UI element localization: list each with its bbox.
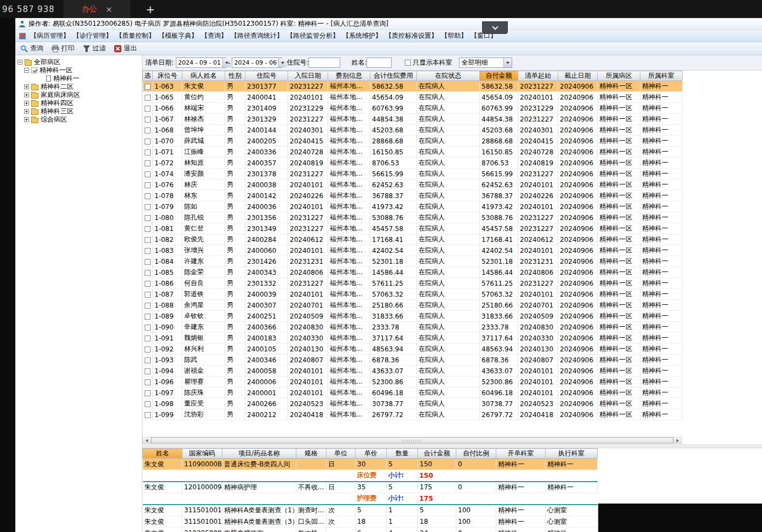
expand-icon[interactable]: [24, 84, 29, 89]
column-header[interactable]: 国家编码: [182, 449, 222, 459]
column-header[interactable]: 开单科室: [496, 449, 546, 459]
row-checkbox[interactable]: [145, 314, 151, 320]
menu-item[interactable]: 【路径监管分析】: [285, 31, 341, 41]
patient-row[interactable]: 1-072林知原男240035720240819福州本地...8706.53在院…: [143, 158, 683, 169]
detail-row[interactable]: 朱文俊31150100110精神科A类量表测查（1）测查时...次515100精…: [143, 505, 598, 516]
chevron-down-icon[interactable]: [278, 58, 287, 67]
patient-row[interactable]: 1-094谢祖金男240005820240101福州本地...43633.07在…: [143, 366, 683, 377]
chevron-down-icon[interactable]: [503, 58, 512, 67]
column-header[interactable]: 费别信息: [328, 71, 370, 81]
tree-item-ward3[interactable]: 精神科三区: [15, 107, 142, 115]
patient-row[interactable]: 1-096瞿理赛男240000620240101福州本地...52300.86在…: [143, 377, 683, 388]
patient-row[interactable]: 1-085陈金荣男240034320240806福州本地...14586.44在…: [143, 267, 683, 278]
row-checkbox[interactable]: [145, 138, 151, 144]
patient-row[interactable]: 1-083张增兴男240006020240101福州本地...42402.54在…: [143, 245, 683, 256]
browser-tab[interactable]: 办公 ×: [64, 0, 130, 18]
scroll-right-icon[interactable]: [673, 437, 681, 443]
row-checkbox[interactable]: [145, 117, 151, 123]
exit-button[interactable]: 退出: [114, 44, 137, 53]
row-checkbox[interactable]: [145, 401, 151, 407]
column-header[interactable]: 所属病区: [598, 71, 640, 81]
row-checkbox[interactable]: [145, 368, 151, 374]
column-header[interactable]: 姓名: [143, 449, 182, 459]
new-tab-button[interactable]: +: [146, 4, 155, 15]
tree-item-ward4[interactable]: 精神科四区: [15, 99, 142, 107]
menu-item[interactable]: 【路径查询统计】: [229, 31, 285, 41]
filter-button[interactable]: 过滤: [83, 44, 106, 53]
patient-row[interactable]: 1-084许建东男230142620231231福州本地...52301.18在…: [143, 256, 683, 267]
patient-row[interactable]: 1-082欧俊先男240028420240612福州本地...17168.41在…: [143, 234, 683, 245]
patient-row[interactable]: 1-097陈庆珠男240000120240101福州本地...60496.18在…: [143, 388, 683, 398]
patient-row[interactable]: 1-088余鸿星男240030720240701福州本地...25180.66在…: [143, 300, 683, 311]
row-checkbox[interactable]: [145, 128, 151, 134]
tree-item-dept1[interactable]: 精神科一: [15, 74, 142, 83]
row-checkbox[interactable]: [145, 281, 151, 287]
column-header[interactable]: 病人姓名: [182, 71, 225, 81]
collapse-panel-button[interactable]: [482, 21, 508, 34]
expand-icon[interactable]: [24, 101, 29, 106]
patient-row[interactable]: 1-068曾坤坤男240014420240301福州本地...45203.68在…: [143, 125, 683, 136]
tree-item-general-ward[interactable]: 综合病区: [15, 115, 142, 124]
row-checkbox[interactable]: [145, 237, 151, 243]
row-checkbox[interactable]: [145, 95, 151, 101]
pane-splitter[interactable]: [142, 444, 762, 448]
column-header[interactable]: 住院号: [245, 71, 288, 81]
date-from-picker[interactable]: 2024 - 09 - 01: [176, 57, 226, 68]
patient-row[interactable]: 1-098董应受男240026620240523福州本地...30738.77在…: [143, 398, 683, 409]
row-checkbox[interactable]: [145, 412, 151, 418]
menu-item[interactable]: 【诊疗管理】: [71, 31, 114, 41]
patient-row[interactable]: 1-090辛建东男240036620240830福州本地...2333.78在院…: [143, 322, 683, 333]
row-checkbox[interactable]: [145, 303, 151, 309]
row-checkbox[interactable]: [145, 379, 151, 385]
patient-row[interactable]: 1-078林东男240014220240226福州本地...36788.37在院…: [143, 190, 683, 201]
detail-row[interactable]: 朱文俊310205008电脑血糖监测每次检...64240精神科一精神科一: [143, 528, 598, 532]
column-header[interactable]: 所属科室: [640, 71, 683, 81]
menu-item[interactable]: 【模板字典】: [157, 31, 199, 41]
horizontal-scrollbar[interactable]: [142, 437, 682, 444]
column-header[interactable]: 数量: [387, 449, 418, 459]
row-checkbox[interactable]: [145, 226, 151, 232]
row-checkbox[interactable]: [145, 292, 151, 298]
tree-item-ward1[interactable]: 精神科一区: [15, 66, 142, 74]
patient-row[interactable]: 1-087郭道铁男240003920240101福州本地...57063.32在…: [143, 289, 683, 300]
patient-row[interactable]: 1-092林兴利男240010520240130福州本地...48563.94在…: [143, 344, 683, 355]
detail-level-select[interactable]: 全部明细: [459, 57, 512, 68]
expand-icon[interactable]: [24, 117, 29, 122]
tree-root[interactable]: 全部病区: [15, 58, 142, 66]
row-checkbox[interactable]: [145, 106, 151, 112]
menu-item[interactable]: 【质控标准设置】: [383, 31, 439, 41]
row-checkbox[interactable]: [145, 357, 151, 363]
row-checkbox[interactable]: [145, 171, 151, 177]
tree-item-ward2[interactable]: 精神科二区: [15, 83, 142, 91]
column-header[interactable]: 规格: [296, 449, 326, 459]
column-header[interactable]: 床位号: [153, 71, 182, 81]
patient-row[interactable]: 1-067林禄杰男230132920231227福州本地...44854.38在…: [143, 114, 683, 125]
row-checkbox[interactable]: [145, 390, 151, 396]
column-header[interactable]: 自付金额: [480, 71, 518, 81]
row-checkbox[interactable]: [145, 259, 151, 265]
expand-icon[interactable]: [24, 92, 29, 97]
patient-row[interactable]: 1-063朱文俊男230137720231227福州本地...58632.58在…: [143, 81, 683, 92]
patient-row[interactable]: 1-070薛武城男240020520240415福州本地...28868.68在…: [143, 136, 683, 147]
patient-row[interactable]: 1-080陈孔锐男230135620231227福州本地...53088.76在…: [143, 212, 683, 223]
row-checkbox[interactable]: [145, 270, 151, 276]
row-checkbox[interactable]: [145, 204, 151, 210]
patient-row[interactable]: 1-079陈如男240003620240101福州本地...41973.42在院…: [143, 201, 683, 212]
column-header[interactable]: 项目/药品名称: [222, 449, 296, 459]
row-checkbox[interactable]: [145, 84, 151, 90]
column-header[interactable]: 自付比例: [456, 449, 496, 459]
row-checkbox[interactable]: [145, 160, 151, 166]
patient-row[interactable]: 1-076林庆男240003820240101福州本地...62452.63在院…: [143, 180, 683, 190]
patient-row[interactable]: 1-074潘安颜男230137820231227福州本地...56615.99在…: [143, 169, 683, 180]
collapse-icon[interactable]: [24, 68, 29, 73]
column-header[interactable]: 执行科室: [546, 449, 598, 459]
expand-icon[interactable]: [24, 109, 29, 114]
row-checkbox[interactable]: [145, 346, 151, 352]
menu-item[interactable]: 【查询】: [199, 31, 229, 41]
scroll-left-icon[interactable]: [143, 437, 151, 443]
scrollbar-thumb[interactable]: [151, 437, 673, 443]
patient-row[interactable]: 1-099沈协彩男240021220240418福州本地...26797.72在…: [143, 409, 683, 420]
menu-item[interactable]: 【系统维护】: [341, 31, 383, 41]
row-checkbox[interactable]: [145, 336, 151, 342]
detail-row[interactable]: 朱文俊12010000900精神病护理不再收...日3551750精神科一精神科…: [143, 482, 598, 493]
